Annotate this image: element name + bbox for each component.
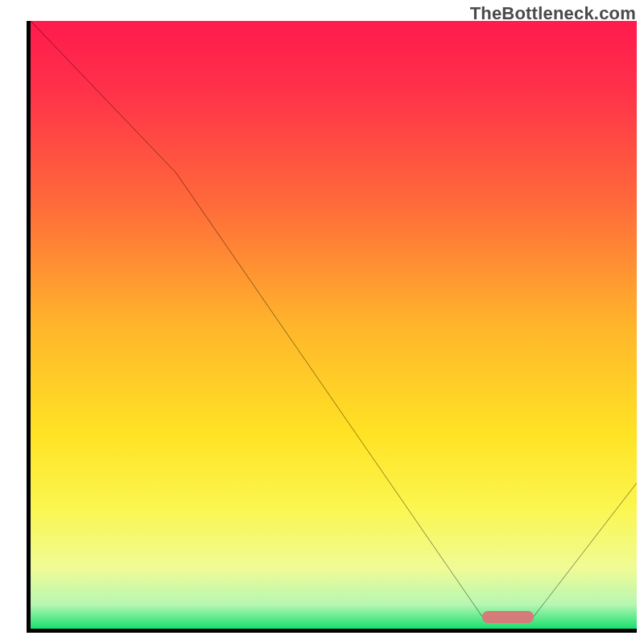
plot-inner: [31, 21, 637, 629]
bottleneck-curve: [31, 21, 637, 629]
chart-frame: TheBottleneck.com: [0, 0, 644, 644]
watermark-text: TheBottleneck.com: [470, 3, 636, 24]
plot-area: [27, 21, 637, 633]
optimal-range-marker: [482, 611, 534, 623]
